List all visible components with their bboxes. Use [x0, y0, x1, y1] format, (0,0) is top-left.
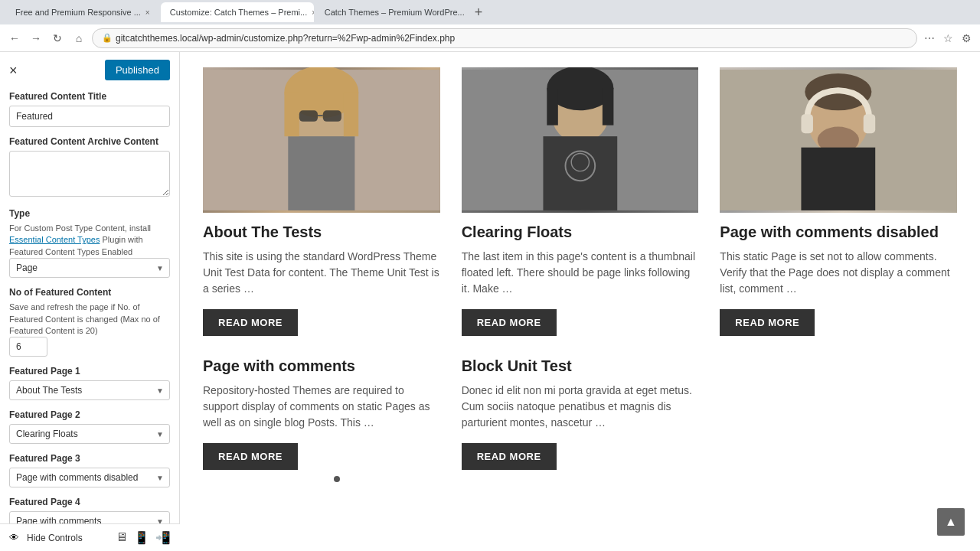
post-2-image — [462, 67, 699, 213]
post-3-image — [720, 67, 957, 213]
svg-rect-22 — [864, 114, 875, 133]
featured-page-2-select[interactable]: Clearing Floats — [9, 424, 170, 444]
browser-chrome: Free and Premium Responsive ... × Custom… — [0, 0, 980, 52]
post-3-title: Page with comments disabled — [720, 223, 957, 241]
post-card-1: About The Tests This site is using the s… — [203, 67, 440, 336]
featured-archive-label: Featured Content Archive Content — [9, 136, 170, 147]
scroll-top-button[interactable]: ▲ — [937, 508, 965, 536]
footer-icons: 🖥 📱 📲 — [116, 530, 171, 545]
tablet-view-icon[interactable]: 📱 — [134, 530, 149, 545]
post-1-read-more[interactable]: READ MORE — [203, 309, 298, 336]
featured-page-1-wrapper: About The Tests ▼ — [9, 380, 170, 400]
bookmark-icon[interactable]: ☆ — [940, 31, 956, 46]
post-card-4: Page with comments Repository-hosted The… — [203, 357, 440, 470]
post-4-title: Page with comments — [203, 357, 440, 375]
post-1-excerpt: This site is using the standard WordPres… — [203, 249, 440, 297]
settings-icon[interactable]: ⚙ — [959, 31, 974, 46]
hide-controls-toggle[interactable]: 👁 — [9, 532, 19, 543]
essential-content-types-link[interactable]: Essential Content Types — [9, 235, 100, 244]
posts-grid: About The Tests This site is using the s… — [203, 67, 957, 470]
back-button[interactable]: ← — [6, 30, 23, 47]
nav-icons: ⋯ ☆ ⚙ — [922, 31, 974, 46]
svg-rect-12 — [547, 88, 558, 125]
featured-page-3-select[interactable]: Page with comments disabled — [9, 468, 170, 487]
featured-page-3-wrapper: Page with comments disabled ▼ — [9, 468, 170, 487]
featured-content-title-input[interactable] — [9, 106, 170, 127]
sidebar-top-bar: × Published — [9, 60, 170, 80]
sidebar: × Published Featured Content Title Featu… — [0, 52, 180, 551]
extensions-icon[interactable]: ⋯ — [922, 31, 937, 46]
featured-page-3-label: Featured Page 3 — [9, 453, 170, 464]
featured-archive-textarea[interactable] — [9, 151, 170, 197]
svg-rect-21 — [802, 114, 813, 133]
svg-rect-6 — [299, 110, 318, 122]
type-note: For Custom Post Type Content, install Es… — [9, 223, 170, 258]
featured-page-4-label: Featured Page 4 — [9, 497, 170, 507]
close-button[interactable]: × — [9, 64, 18, 77]
svg-rect-4 — [284, 92, 299, 136]
tab-bar: Free and Premium Responsive ... × Custom… — [0, 0, 980, 24]
reload-button[interactable]: ↻ — [49, 30, 66, 47]
featured-page-1-label: Featured Page 1 — [9, 366, 170, 377]
post-card-2: Clearing Floats The last item in this pa… — [462, 67, 699, 336]
no-featured-input[interactable] — [9, 337, 47, 357]
hide-controls-label: Hide Controls — [27, 533, 83, 543]
tab-1-label: Free and Premium Responsive ... — [15, 8, 141, 17]
svg-rect-23 — [802, 148, 876, 210]
post-card-5: Block Unit Test Donec id elit non mi por… — [462, 357, 699, 470]
svg-rect-5 — [344, 92, 358, 136]
type-label: Type — [9, 208, 170, 219]
tab-1-close[interactable]: × — [145, 8, 150, 17]
no-featured-label: No of Featured Content — [9, 287, 170, 298]
post-5-excerpt: Donec id elit non mi porta gravida at eg… — [462, 383, 699, 431]
svg-rect-7 — [323, 110, 341, 122]
post-card-6 — [720, 357, 957, 470]
featured-page-1-select[interactable]: About The Tests — [9, 380, 170, 400]
post-5-title: Block Unit Test — [462, 357, 699, 375]
tab-1[interactable]: Free and Premium Responsive ... × — [6, 2, 159, 22]
tab-3-label: Catch Themes – Premium WordPre... — [325, 8, 465, 17]
type-select-wrapper: Page Post Category ▼ — [9, 258, 170, 278]
post-3-read-more[interactable]: READ MORE — [720, 309, 815, 336]
tab-3[interactable]: Catch Themes – Premium WordPre... × — [315, 2, 469, 22]
post-3-excerpt: This static Page is set not to allow com… — [720, 249, 957, 297]
no-featured-input-wrapper — [9, 337, 170, 357]
svg-rect-14 — [543, 136, 617, 210]
sidebar-footer: 👁 Hide Controls 🖥 📱 📲 — [0, 523, 180, 551]
featured-page-2-wrapper: Clearing Floats ▼ — [9, 424, 170, 444]
main-wrapper: × Published Featured Content Title Featu… — [0, 52, 980, 551]
url-bar[interactable]: 🔒 gitcatchthemes.local/wp-admin/customiz… — [92, 28, 917, 48]
forward-button[interactable]: → — [28, 30, 44, 47]
mobile-view-icon[interactable]: 📲 — [155, 530, 171, 545]
tab-2[interactable]: Customize: Catch Themes – Premi... × — [161, 2, 314, 22]
content-area: About The Tests This site is using the s… — [180, 52, 980, 551]
post-5-read-more[interactable]: READ MORE — [462, 443, 557, 470]
nav-bar: ← → ↻ ⌂ 🔒 gitcatchthemes.local/wp-admin/… — [0, 24, 980, 52]
desktop-view-icon[interactable]: 🖥 — [116, 530, 128, 545]
post-1-title: About The Tests — [203, 223, 440, 241]
svg-rect-2 — [288, 136, 354, 210]
post-card-3: Page with comments disabled This static … — [720, 67, 957, 336]
no-featured-note: Save and refresh the page if No. of Feat… — [9, 302, 170, 337]
featured-content-title-label: Featured Content Title — [9, 91, 170, 102]
post-4-excerpt: Repository-hosted Themes are required to… — [203, 383, 440, 431]
published-button[interactable]: Published — [105, 60, 170, 80]
new-tab-button[interactable]: + — [470, 5, 488, 21]
post-1-image — [203, 67, 440, 213]
featured-page-2-label: Featured Page 2 — [9, 409, 170, 420]
home-button[interactable]: ⌂ — [70, 30, 87, 47]
tab-2-close[interactable]: × — [312, 8, 313, 17]
url-text: gitcatchthemes.local/wp-admin/customize.… — [116, 33, 455, 44]
post-4-read-more[interactable]: READ MORE — [203, 443, 298, 470]
tab-2-label: Customize: Catch Themes – Premi... — [170, 8, 308, 17]
svg-rect-13 — [603, 88, 614, 125]
type-select[interactable]: Page Post Category — [9, 258, 170, 278]
post-2-title: Clearing Floats — [462, 223, 699, 241]
post-2-excerpt: The last item in this page's content is … — [462, 249, 699, 297]
post-2-read-more[interactable]: READ MORE — [462, 309, 557, 336]
